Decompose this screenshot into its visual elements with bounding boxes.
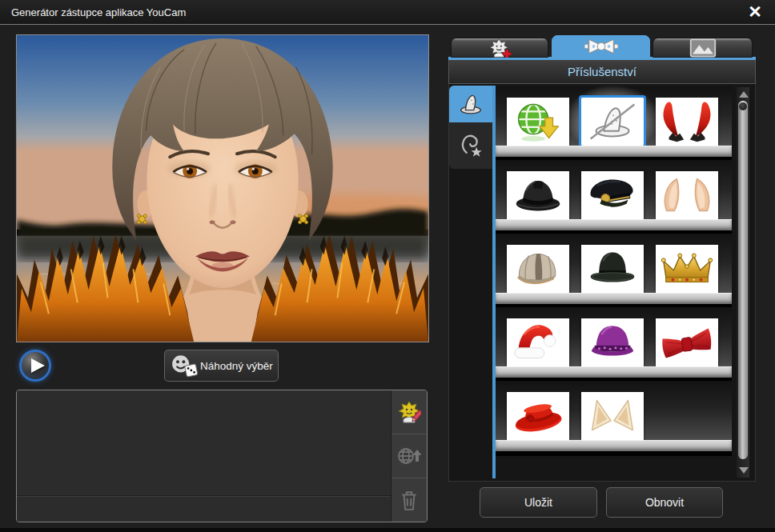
santa-hat-icon xyxy=(507,318,569,366)
accessory-black-fedora[interactable] xyxy=(507,171,569,219)
avatar-tools-column xyxy=(392,390,427,522)
captain-hat-icon xyxy=(581,171,644,219)
accessory-red-bow-tie[interactable] xyxy=(656,318,718,366)
list-divider xyxy=(17,495,391,496)
accessory-download-more[interactable] xyxy=(507,98,569,146)
accessory-red-brim-hat[interactable] xyxy=(507,392,569,440)
shelf-row xyxy=(496,160,732,230)
window-title: Generátor zástupce aplikace YouCam xyxy=(11,6,186,18)
red-brim-hat-icon xyxy=(507,392,569,440)
cat-ears-icon xyxy=(581,392,644,440)
accessory-animal-ears[interactable] xyxy=(656,171,718,219)
wizard-hat-icon xyxy=(456,91,486,117)
reset-button[interactable]: Obnovit xyxy=(606,487,723,518)
save-button[interactable]: Uložit xyxy=(480,487,597,518)
accessory-bowler-hat[interactable] xyxy=(581,245,644,293)
edit-avatar-button[interactable] xyxy=(392,390,427,434)
devil-horns-icon xyxy=(656,98,718,146)
ears-category[interactable] xyxy=(449,122,492,169)
accessory-plaid-cap[interactable] xyxy=(507,245,569,293)
animal-ears-icon xyxy=(656,171,718,219)
accessory-gold-crown[interactable] xyxy=(656,245,718,293)
picture-icon xyxy=(686,38,720,58)
avatar-preview xyxy=(16,34,429,342)
scroll-up-icon[interactable] xyxy=(739,91,749,98)
plaid-cap-icon xyxy=(507,245,569,293)
accessory-santa-hat[interactable] xyxy=(507,318,569,366)
title-bar: Generátor zástupce aplikace YouCam ✕ xyxy=(0,0,775,25)
shelf-lip xyxy=(496,146,732,157)
shelf-row xyxy=(496,307,732,378)
random-select-label: Náhodný výběr xyxy=(200,360,273,372)
globe-download-icon xyxy=(507,98,569,146)
accessories-tab[interactable] xyxy=(552,35,650,58)
shelf-row xyxy=(496,234,732,304)
scrollbar-thumb[interactable] xyxy=(738,101,748,459)
save-label: Uložit xyxy=(524,496,552,509)
scroll-down-icon[interactable] xyxy=(739,467,749,474)
trash-icon xyxy=(397,489,421,511)
upload-avatar-button[interactable] xyxy=(392,434,427,478)
accessory-no-accessory[interactable] xyxy=(581,98,644,146)
accessory-purple-hat[interactable] xyxy=(581,318,644,366)
play-button[interactable] xyxy=(19,350,51,382)
hats-category[interactable] xyxy=(449,86,492,122)
accessories-panel xyxy=(448,84,756,482)
panel-header-label: Příslušenství xyxy=(568,65,636,78)
add-avatar-tab[interactable] xyxy=(451,38,548,58)
shelf-lip xyxy=(496,293,732,304)
smiley-dice-icon xyxy=(171,353,199,378)
gold-crown-icon xyxy=(656,245,718,293)
red-bow-tie-icon xyxy=(656,318,718,366)
ear-star-icon xyxy=(456,133,486,158)
fedora-icon xyxy=(507,171,569,219)
hat-none-icon xyxy=(581,98,644,146)
dialog-bottom-edge xyxy=(0,528,775,532)
accessory-devil-horns[interactable] xyxy=(656,98,718,146)
reset-label: Obnovit xyxy=(645,496,684,509)
purple-hat-icon xyxy=(581,318,644,366)
avatar-list-area[interactable] xyxy=(17,390,392,522)
bowtie-icon xyxy=(584,37,618,56)
shelf-row xyxy=(496,381,732,451)
random-select-button[interactable]: Náhodný výběr xyxy=(164,350,279,382)
category-tabs xyxy=(449,86,492,169)
avatar-edit-icon xyxy=(397,401,421,423)
accessory-captain-hat[interactable] xyxy=(581,171,644,219)
accessory-shelves xyxy=(496,86,732,456)
backgrounds-tab[interactable] xyxy=(653,38,753,58)
globe-upload-icon xyxy=(397,445,421,467)
accessory-cat-ears[interactable] xyxy=(581,392,644,440)
shelf-lip xyxy=(496,219,732,230)
avatar-list-panel xyxy=(16,390,428,522)
shelf-row xyxy=(496,86,732,157)
play-icon xyxy=(31,358,45,373)
close-icon[interactable]: ✕ xyxy=(743,2,767,22)
shelf-lip xyxy=(496,440,732,451)
bowler-hat-icon xyxy=(581,245,644,293)
avatar-image xyxy=(17,35,428,342)
avatar-creator-dialog: Generátor zástupce aplikace YouCam ✕ xyxy=(0,0,775,532)
shelf-lip xyxy=(496,366,732,378)
avatar-plus-icon xyxy=(483,38,516,58)
delete-avatar-button[interactable] xyxy=(392,478,427,522)
shelf-scrollbar[interactable] xyxy=(736,86,750,478)
